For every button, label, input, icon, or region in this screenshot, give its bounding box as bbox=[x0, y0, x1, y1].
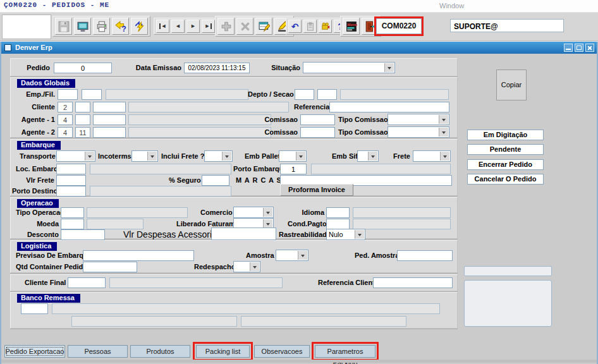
rastreabilidade-dropdown[interactable]: Nulo bbox=[326, 229, 365, 240]
nav-prev-button[interactable]: ◄ bbox=[171, 20, 185, 33]
fil-field[interactable] bbox=[82, 89, 102, 100]
screen-button[interactable] bbox=[74, 18, 91, 35]
agente2-field3[interactable] bbox=[93, 127, 126, 138]
tipo-comissao1-dropdown[interactable] bbox=[387, 114, 449, 125]
chevron-down-icon[interactable] bbox=[439, 128, 448, 136]
edit-grid-button[interactable] bbox=[255, 18, 272, 35]
vlr-frete-field[interactable] bbox=[56, 175, 86, 186]
agente1-code-field[interactable] bbox=[58, 114, 73, 125]
porto-embarque-field[interactable] bbox=[280, 164, 307, 174]
erp-titlebar[interactable]: Denver Erp bbox=[1, 42, 597, 54]
secao-field[interactable] bbox=[317, 89, 337, 100]
nav-first-button[interactable]: ◄ bbox=[156, 20, 169, 33]
cancelar-pedido-button[interactable]: Cancelar O Pedido bbox=[467, 174, 544, 185]
previsao-field[interactable] bbox=[83, 250, 194, 261]
chevron-down-icon[interactable] bbox=[263, 219, 272, 228]
data-emissao-field[interactable] bbox=[184, 63, 250, 73]
agente2-code2-field[interactable] bbox=[75, 127, 90, 138]
comissao2-field[interactable] bbox=[300, 127, 335, 138]
encerrar-pedido-button[interactable]: Encerrar Pedido bbox=[467, 159, 544, 170]
chevron-down-icon[interactable] bbox=[222, 152, 231, 161]
referencia-cliente-field[interactable] bbox=[373, 277, 453, 288]
camera-button[interactable] bbox=[319, 20, 332, 33]
tab-produtos[interactable]: Produtos bbox=[130, 345, 190, 358]
paste-icon bbox=[306, 22, 315, 31]
amostra-dropdown[interactable] bbox=[276, 250, 308, 261]
tab-pedido-exportacao[interactable]: Pedido Exportacao bbox=[4, 345, 65, 358]
tipo-operacao-field[interactable] bbox=[61, 207, 84, 218]
tab-observacoes[interactable]: Observacoes bbox=[254, 345, 310, 358]
emb-pallet-dropdown[interactable] bbox=[279, 150, 307, 162]
save-button[interactable] bbox=[55, 18, 72, 35]
print-button[interactable] bbox=[93, 18, 110, 35]
chevron-down-icon[interactable] bbox=[384, 63, 394, 72]
agente1-field2[interactable] bbox=[75, 114, 90, 125]
tab-packing-list[interactable]: Packing list bbox=[196, 345, 250, 358]
nav-prev-icon: ◄ bbox=[175, 23, 181, 29]
data-emissao-label: Data Emissao bbox=[130, 63, 181, 73]
chevron-down-icon[interactable] bbox=[439, 115, 448, 124]
tipo-comissao2-dropdown[interactable] bbox=[387, 126, 449, 138]
moeda-field[interactable] bbox=[61, 219, 84, 229]
cliente-final-field[interactable] bbox=[68, 277, 106, 288]
pendente-button[interactable]: Pendente bbox=[467, 144, 544, 155]
cliente-field2[interactable] bbox=[75, 102, 90, 112]
chevron-down-icon[interactable] bbox=[250, 262, 259, 271]
chevron-down-icon[interactable] bbox=[147, 152, 157, 161]
chevron-down-icon[interactable] bbox=[440, 152, 449, 161]
tab-pessoas[interactable]: Pessoas bbox=[68, 345, 128, 358]
emb-sif-dropdown[interactable] bbox=[357, 150, 379, 162]
pedido-field[interactable] bbox=[54, 63, 112, 73]
banco-code-field[interactable] bbox=[21, 303, 48, 314]
ped-amostra-field[interactable] bbox=[397, 250, 453, 261]
menu-button[interactable]: Menu bbox=[343, 18, 360, 35]
close-icon[interactable] bbox=[585, 44, 594, 52]
emp-field[interactable] bbox=[58, 89, 78, 100]
transporte-dropdown[interactable] bbox=[56, 150, 95, 162]
referencia-field[interactable] bbox=[329, 102, 449, 112]
nav-last-button[interactable]: ► bbox=[202, 20, 215, 33]
delete-button[interactable] bbox=[236, 18, 253, 35]
loc-embarq-field[interactable] bbox=[56, 164, 86, 174]
inclui-frete-dropdown[interactable] bbox=[204, 150, 233, 162]
porto-destino-field[interactable] bbox=[56, 186, 86, 197]
tab-parametros-packing[interactable]: Parametros Packing bbox=[315, 345, 375, 358]
chevron-down-icon[interactable] bbox=[298, 251, 307, 260]
insert-button[interactable] bbox=[217, 18, 235, 35]
idioma-field[interactable] bbox=[326, 207, 350, 218]
maximize-icon[interactable] bbox=[575, 44, 583, 52]
nav-next-button[interactable]: ► bbox=[186, 20, 200, 33]
desconto-field[interactable] bbox=[61, 229, 105, 240]
cond-pagto-field[interactable] bbox=[326, 219, 350, 229]
redespacho-dropdown[interactable] bbox=[233, 261, 260, 272]
cliente-field3[interactable] bbox=[93, 102, 126, 112]
agente1-field3[interactable] bbox=[93, 114, 126, 125]
paste-button[interactable] bbox=[303, 20, 317, 33]
execute-button[interactable] bbox=[131, 18, 148, 35]
comissao1-field[interactable] bbox=[300, 114, 335, 125]
chevron-down-icon[interactable] bbox=[296, 152, 305, 161]
comercio-dropdown[interactable] bbox=[233, 207, 274, 218]
em-digitacao-button[interactable]: Em Digitação bbox=[467, 130, 544, 140]
situacao-dropdown[interactable] bbox=[303, 62, 395, 73]
seguro-field[interactable] bbox=[202, 175, 229, 186]
undo-button[interactable]: ↶ bbox=[288, 20, 302, 33]
depto-field[interactable] bbox=[295, 89, 314, 100]
proforma-invoice-button[interactable]: Proforma Invoice bbox=[280, 184, 353, 196]
incoterms-dropdown[interactable] bbox=[131, 150, 158, 162]
chevron-down-icon[interactable] bbox=[263, 208, 272, 217]
qtd-container-field[interactable] bbox=[83, 262, 137, 272]
window-menu-label[interactable]: Window bbox=[439, 2, 464, 9]
cliente-code-field[interactable] bbox=[58, 102, 73, 112]
chevron-down-icon[interactable] bbox=[355, 230, 364, 239]
program-code-field[interactable]: COM0220 bbox=[376, 18, 422, 34]
frete-dropdown[interactable] bbox=[413, 150, 451, 162]
chevron-down-icon[interactable] bbox=[85, 152, 94, 161]
user-field[interactable] bbox=[450, 19, 564, 32]
minimize-icon[interactable] bbox=[564, 44, 573, 52]
vlr-despesas-field[interactable] bbox=[211, 228, 276, 240]
copiar-button[interactable]: Copiar bbox=[496, 70, 527, 100]
agente2-code-field[interactable] bbox=[58, 127, 73, 138]
hint-button[interactable]: ? bbox=[112, 18, 129, 35]
chevron-down-icon[interactable] bbox=[368, 152, 377, 161]
